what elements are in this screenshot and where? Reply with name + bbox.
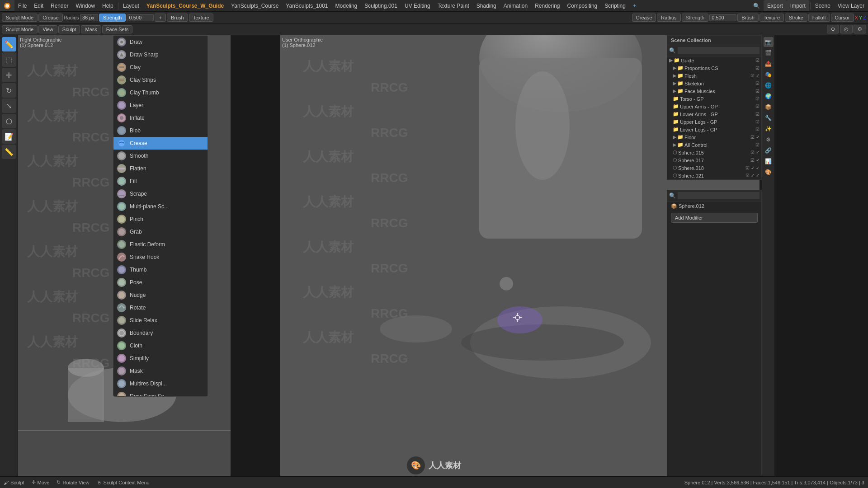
cursor-btn[interactable]: Cursor	[831, 14, 854, 22]
sculpt-btn[interactable]: Sculpt	[58, 25, 80, 33]
tool-move[interactable]: ✛	[2, 68, 16, 82]
workspace-texture-paint[interactable]: Texture Paint	[434, 0, 473, 11]
workspace-sculpting[interactable]: Sculpting.001	[361, 0, 401, 11]
texture-right-btn[interactable]: Texture	[760, 14, 784, 22]
brush-item-multires-disp[interactable]: Multires Displ...	[113, 377, 208, 390]
brush-item-multiplane[interactable]: Multi-plane Sc...	[113, 200, 208, 213]
scene-item-sphere015[interactable]: ⬡ Sphere.015 ☑ ✓	[667, 149, 761, 156]
workspace-add[interactable]: +	[629, 0, 640, 11]
brush-item-simplify[interactable]: Simplify	[113, 352, 208, 365]
snap-btn[interactable]: ⊙	[827, 25, 839, 33]
scene-item-flesh[interactable]: ▶ 📁 Flesh ☑ ✓	[667, 72, 761, 80]
status-sculpt[interactable]: 🖌 Sculpt	[4, 480, 24, 485]
workspace-rendering[interactable]: Rendering	[531, 0, 563, 11]
brush-right-selector[interactable]: Crease	[632, 14, 656, 22]
scene-item-skeleton[interactable]: ▶ 📁 Skeleton ☑	[667, 80, 761, 87]
stroke-btn[interactable]: Stroke	[785, 14, 807, 22]
prop-constraints-icon[interactable]: 🔗	[764, 145, 774, 155]
menu-help[interactable]: Help	[99, 0, 117, 11]
proportional-btn[interactable]: ◎	[840, 25, 853, 33]
brush-item-boundary[interactable]: Boundary	[113, 327, 208, 339]
scene-item-upper-arms[interactable]: 📁 Upper Arms - GP ☑	[667, 103, 761, 110]
brush-item-draw-face-se[interactable]: Draw Face Se...	[113, 390, 208, 397]
brush-item-crease[interactable]: Crease	[113, 137, 208, 150]
brush-item-clay-strips[interactable]: Clay Strips	[113, 74, 208, 86]
brush-item-thumb[interactable]: Thumb	[113, 263, 208, 276]
tool-draw[interactable]: ✏️	[2, 37, 16, 52]
brush-item-mask[interactable]: Mask	[113, 365, 208, 377]
menu-edit[interactable]: Edit	[30, 0, 47, 11]
workspace-modeling[interactable]: Modeling	[332, 0, 361, 11]
brush-item-scrape[interactable]: Scrape	[113, 188, 208, 200]
tool-measure[interactable]: 📏	[2, 145, 16, 159]
brush-item-smooth[interactable]: Smooth	[113, 150, 208, 162]
brush-selector[interactable]: Crease	[38, 14, 62, 22]
status-move[interactable]: ✛ Move	[32, 479, 50, 485]
scene-item-sphere022[interactable]: ⬡ Sphere.022 ☑ ✓	[667, 179, 761, 180]
brush-item-blob[interactable]: Blob	[113, 124, 208, 137]
search-icon-top[interactable]: 🔍	[750, 0, 764, 11]
falloff-btn[interactable]: Falloff	[808, 14, 830, 22]
brush-item-cloth[interactable]: Cloth	[113, 339, 208, 352]
radius-input[interactable]: 36 px	[80, 14, 98, 21]
scene-item-upper-legs[interactable]: 📁 Upper Legs - GP ☑	[667, 118, 761, 126]
brush-item-pose[interactable]: Pose	[113, 276, 208, 289]
brush-item-draw-sharp[interactable]: Draw Sharp	[113, 48, 208, 61]
scene-item-sphere017[interactable]: ⬡ Sphere.017 ☑ ✓	[667, 156, 761, 164]
scene-selector[interactable]: Scene	[811, 0, 834, 11]
mode-selector[interactable]: Sculpt Mode	[2, 14, 38, 22]
scene-item-proportions[interactable]: ▶ 📁 Proportions CS ☑	[667, 64, 761, 72]
menu-render[interactable]: Render	[47, 0, 72, 11]
brush-item-elastic-deform[interactable]: Elastic Deform	[113, 238, 208, 251]
props-search-input[interactable]	[678, 192, 760, 199]
brush-item-nudge[interactable]: Nudge	[113, 289, 208, 301]
brush-item-snake-hook[interactable]: Snake Hook	[113, 251, 208, 263]
prop-material-icon[interactable]: 🎨	[764, 167, 774, 177]
scene-item-lower-legs[interactable]: 📁 Lower Legs - GP ☑	[667, 126, 761, 133]
status-rotate-view[interactable]: ↻ Rotate View	[57, 479, 89, 485]
workspace-yansculpts-course[interactable]: YanSculpts_Course	[227, 0, 282, 11]
radius-right-btn[interactable]: Radius	[657, 14, 680, 22]
workspace-yansculpts-1001[interactable]: YanSculpts_1001	[282, 0, 331, 11]
brush-btn[interactable]: Brush	[167, 14, 188, 22]
prop-view-layer-icon[interactable]: 🎭	[764, 70, 774, 80]
brush-item-draw[interactable]: Draw	[113, 36, 208, 48]
brush-item-fill[interactable]: Fill	[113, 175, 208, 188]
menu-file[interactable]: File	[14, 0, 30, 11]
menu-blender[interactable]	[0, 0, 14, 11]
strength-input[interactable]: 0.500	[127, 14, 154, 21]
brush-item-flatten[interactable]: Flatten	[113, 162, 208, 175]
tool-rotate[interactable]: ↻	[2, 83, 16, 98]
scene-item-sphere021[interactable]: ⬡ Sphere.021 ☑ ✓ ✓	[667, 172, 761, 179]
scene-item-guide[interactable]: ▶ 📁 Guide ☑	[667, 56, 761, 64]
status-context-menu[interactable]: 🖱 Sculpt Context Menu	[97, 480, 150, 485]
tool-annotate[interactable]: 📝	[2, 129, 16, 144]
add-modifier-btn[interactable]: Add Modifier	[671, 213, 758, 223]
prop-physics-icon[interactable]: ⚙	[764, 135, 774, 145]
prop-scene-props-icon[interactable]: 🌐	[764, 80, 774, 90]
brush-type-btn[interactable]: Brush	[737, 14, 759, 22]
brush-item-clay[interactable]: Clay	[113, 61, 208, 74]
strength-btn[interactable]: Strength	[99, 14, 126, 22]
workspace-layout[interactable]: Layout	[119, 0, 143, 11]
view-layer-selector[interactable]: View Layer	[834, 0, 868, 11]
workspace-shading[interactable]: Shading	[473, 0, 500, 11]
brush-item-inflate[interactable]: Inflate	[113, 112, 208, 124]
prop-data-icon[interactable]: 📊	[764, 156, 774, 166]
btn-import[interactable]: Import	[787, 0, 809, 11]
mask-btn[interactable]: Mask	[81, 25, 101, 33]
prop-world-icon[interactable]: 🌍	[764, 91, 774, 101]
mode-selector-2[interactable]: Sculpt Mode	[2, 25, 38, 33]
scene-item-sphere018[interactable]: ⬡ Sphere.018 ☑ ✓ ✓	[667, 164, 761, 172]
brush-item-grab[interactable]: Grab	[113, 225, 208, 238]
prop-particles-icon[interactable]: ✨	[764, 124, 774, 134]
view-btn[interactable]: View	[38, 25, 57, 33]
prop-modifier-icon[interactable]: 🔧	[764, 113, 774, 123]
brush-dropdown-menu[interactable]: Draw Draw Sharp Clay Clay Strips Clay Th…	[113, 35, 208, 397]
brush-item-clay-thumb[interactable]: Clay Thumb	[113, 86, 208, 99]
workspace-yansculpts-guide[interactable]: YanSculpts_Course_W_Guide	[143, 0, 227, 11]
texture-btn[interactable]: Texture	[189, 14, 213, 22]
brush-item-layer[interactable]: Layer	[113, 99, 208, 112]
brush-item-pinch[interactable]: Pinch	[113, 213, 208, 225]
scene-item-face-muscles[interactable]: ▶ 📁 Face Muscles ☑	[667, 87, 761, 95]
